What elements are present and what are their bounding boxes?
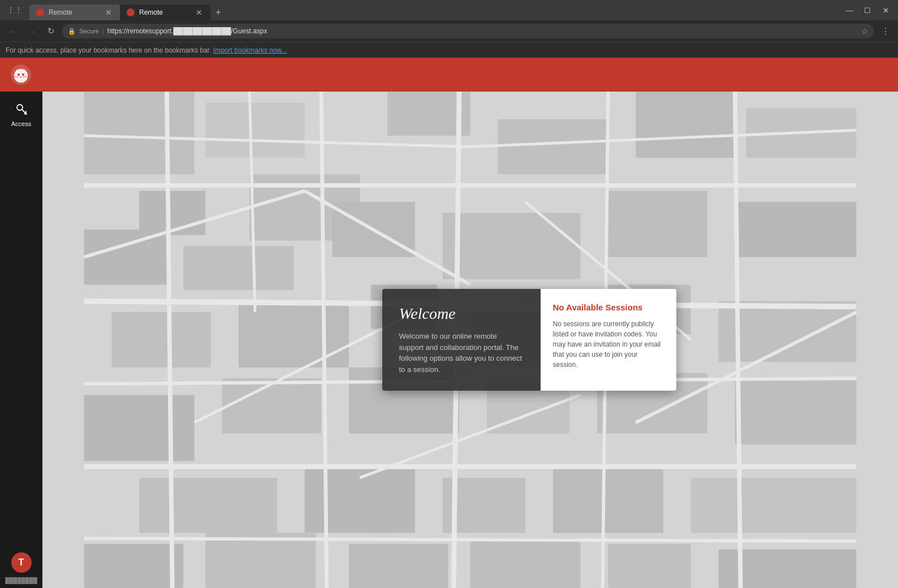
svg-rect-17 [139, 191, 205, 235]
svg-rect-27 [608, 191, 707, 257]
refresh-button[interactable]: ↻ [43, 23, 59, 39]
svg-rect-40 [735, 378, 857, 444]
access-icon [15, 103, 28, 118]
svg-rect-44 [553, 466, 663, 533]
svg-rect-45 [691, 478, 857, 533]
tab-favicon-active [127, 8, 135, 16]
tab-close-inactive[interactable]: ✕ [104, 7, 113, 18]
svg-rect-26 [443, 213, 581, 279]
bookmarks-bar: For quick access, place your bookmarks h… [0, 42, 898, 58]
window-controls-left: ⋮⋮ [5, 3, 25, 17]
bookmark-star-icon[interactable]: ☆ [861, 27, 869, 36]
svg-point-5 [18, 74, 20, 76]
tab-label-inactive: Remote [49, 8, 100, 16]
svg-rect-21 [636, 92, 735, 158]
svg-rect-49 [470, 538, 581, 588]
svg-rect-29 [111, 312, 211, 368]
svg-rect-35 [84, 395, 195, 461]
logo-icon [10, 63, 32, 86]
map-area: Welcome Welcome to our online remote sup… [42, 92, 898, 588]
sidebar: Access T ████████ [0, 92, 42, 588]
svg-rect-41 [139, 478, 277, 533]
tabs-area: Remote ✕ Remote ✕ + [29, 0, 841, 20]
close-button[interactable]: ✕ [878, 2, 893, 18]
forward-button[interactable]: → [24, 23, 40, 39]
svg-rect-47 [205, 533, 316, 588]
app-logo [9, 63, 33, 87]
minimize-button[interactable]: — [841, 2, 857, 18]
svg-point-6 [22, 74, 24, 76]
url-divider: | [102, 28, 104, 34]
bookmarks-bar-text: For quick access, place your bookmarks h… [6, 46, 211, 54]
username-label: ████████ [3, 577, 40, 583]
window-controls-right: — ☐ ✕ [841, 2, 893, 18]
welcome-title: Welcome [399, 305, 524, 323]
tab-inactive[interactable]: Remote ✕ [29, 5, 120, 20]
svg-rect-24 [183, 246, 293, 290]
tab-close-active[interactable]: ✕ [195, 7, 204, 18]
no-sessions-body: No sessions are currently publicly liste… [553, 319, 664, 370]
secure-label: Secure [79, 28, 99, 34]
address-bar: ← → ↻ 🔒 Secure | https://remotesupport.█… [0, 20, 898, 42]
chrome-menu-icon[interactable]: ⋮⋮ [5, 3, 25, 17]
welcome-right-panel: No Available Sessions No sessions are cu… [541, 289, 676, 391]
back-button[interactable]: ← [5, 23, 20, 39]
svg-rect-50 [608, 544, 690, 588]
browser-chrome: ⋮⋮ Remote ✕ Remote ✕ + — ☐ ✕ ← → ↻ [0, 0, 898, 58]
svg-rect-36 [222, 378, 322, 434]
new-tab-button[interactable]: + [210, 5, 226, 20]
maximize-button[interactable]: ☐ [860, 2, 875, 18]
svg-rect-20 [498, 119, 608, 175]
title-bar: ⋮⋮ Remote ✕ Remote ✕ + — ☐ ✕ [0, 0, 898, 20]
sidebar-item-access-label: Access [11, 120, 31, 127]
svg-rect-15 [84, 92, 195, 174]
svg-rect-28 [735, 202, 857, 257]
tab-label-active: Remote [139, 8, 190, 16]
browser-menu-button[interactable]: ⋮ [878, 23, 893, 39]
app-content: Access T ████████ [0, 58, 898, 588]
url-text: https://remotesupport.████████████/Guest… [107, 27, 858, 35]
url-bar[interactable]: 🔒 Secure | https://remotesupport.███████… [62, 24, 874, 38]
svg-rect-16 [205, 103, 305, 158]
welcome-left-panel: Welcome Welcome to our online remote sup… [382, 289, 541, 391]
no-sessions-title: No Available Sessions [553, 302, 664, 312]
svg-rect-23 [84, 230, 167, 285]
main-area: Access T ████████ [0, 92, 898, 588]
lock-icon: 🔒 [68, 28, 76, 35]
welcome-body: Welcome to our online remote support and… [399, 331, 524, 375]
sidebar-item-access[interactable]: Access [0, 96, 42, 134]
import-bookmarks-link[interactable]: Import bookmarks now... [213, 46, 287, 54]
user-avatar[interactable]: T [11, 552, 32, 573]
svg-rect-48 [349, 544, 448, 588]
svg-rect-46 [84, 544, 184, 588]
tab-favicon [36, 8, 44, 16]
tab-active[interactable]: Remote ✕ [120, 5, 210, 20]
welcome-dialog: Welcome Welcome to our online remote sup… [382, 289, 676, 391]
app-header [0, 58, 898, 92]
